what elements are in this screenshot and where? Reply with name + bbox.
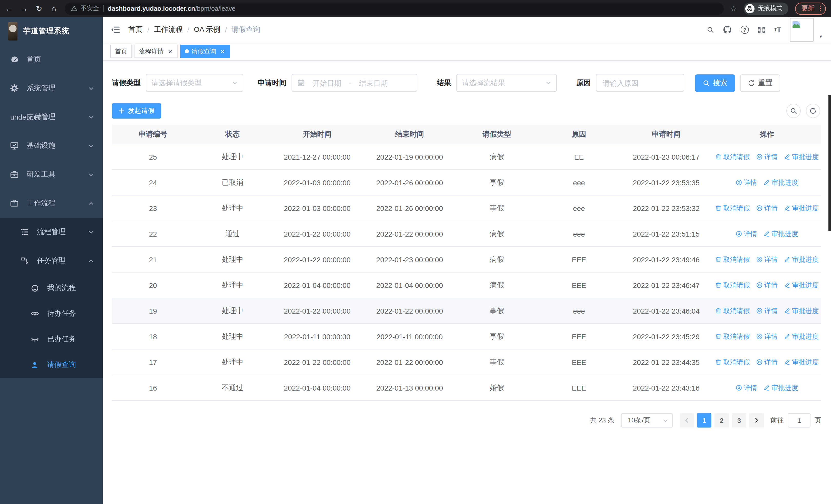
cancel-leave-link[interactable]: 取消请假 xyxy=(715,152,750,161)
column-header: 原因 xyxy=(538,125,620,144)
approval-progress-link[interactable]: 审批进度 xyxy=(763,383,798,392)
security-status[interactable]: 不安全 xyxy=(71,4,99,13)
show-search-toggle-button[interactable] xyxy=(786,104,801,118)
row-actions: 取消请假详情审批进度 xyxy=(712,357,821,367)
column-header: 申请编号 xyxy=(112,125,194,144)
apply-time-range-picker[interactable]: - xyxy=(291,74,417,92)
approval-progress-link[interactable]: 审批进度 xyxy=(784,280,819,290)
goto-page-input[interactable] xyxy=(788,413,810,427)
cancel-leave-link[interactable]: 取消请假 xyxy=(715,280,750,290)
detail-link[interactable]: 详情 xyxy=(756,255,778,264)
sidebar-logo[interactable]: 芋道管理系统 xyxy=(0,17,103,45)
approval-progress-link-label: 审批进度 xyxy=(771,178,798,187)
sidebar-item[interactable]: 任务管理 xyxy=(0,246,103,275)
github-icon[interactable] xyxy=(723,25,732,34)
sidebar-item[interactable]: 流程管理 xyxy=(0,217,103,246)
detail-link[interactable]: 详情 xyxy=(756,280,778,290)
browser-forward-icon[interactable]: → xyxy=(20,5,28,12)
cancel-leave-link[interactable]: 取消请假 xyxy=(715,204,750,213)
tab-active[interactable]: 请假查询 xyxy=(180,45,230,58)
detail-link[interactable]: 详情 xyxy=(736,383,757,392)
cancel-leave-link[interactable]: 取消请假 xyxy=(715,357,750,367)
search-button[interactable]: 搜索 xyxy=(695,74,735,92)
sidebar-item[interactable]: 基础设施 xyxy=(0,131,103,160)
sidebar-item[interactable]: 系统管理 xyxy=(0,74,103,102)
header-search-icon[interactable] xyxy=(707,26,714,33)
browser-back-icon[interactable]: ← xyxy=(5,5,13,12)
start-date-input[interactable] xyxy=(307,78,347,88)
cell-start: 2022-01-22 00:00:00 xyxy=(271,298,364,324)
browser-update-button[interactable]: 更新 xyxy=(795,2,826,14)
detail-link[interactable]: 详情 xyxy=(756,306,778,316)
cell-status: 不通过 xyxy=(194,375,271,401)
approval-progress-link[interactable]: 审批进度 xyxy=(784,204,819,213)
leave-type-select[interactable]: 请选择请假类型 xyxy=(146,74,243,92)
tab-item[interactable]: 首页 xyxy=(110,45,132,58)
page-size-select[interactable]: 10条/页 xyxy=(621,413,673,427)
sidebar-item[interactable]: 工作流程 xyxy=(0,189,103,217)
prev-page-button[interactable] xyxy=(680,413,694,427)
browser-home-icon[interactable]: ⌂ xyxy=(50,5,58,12)
approval-progress-link[interactable]: 审批进度 xyxy=(763,229,798,238)
approval-progress-link[interactable]: 审批进度 xyxy=(784,357,819,367)
avatar[interactable] xyxy=(790,18,813,41)
end-date-input[interactable] xyxy=(353,78,394,88)
detail-link[interactable]: 详情 xyxy=(736,229,757,238)
sidebar-item[interactable]: 首页 xyxy=(0,45,103,74)
sidebar-item[interactable]: 我的流程 xyxy=(0,275,103,301)
cell-start: 2022-01-03 00:00:00 xyxy=(271,170,364,195)
browser-scrollbar-thumb[interactable] xyxy=(828,95,831,231)
refresh-icon xyxy=(748,79,755,87)
approval-progress-link[interactable]: 审批进度 xyxy=(784,255,819,264)
approval-progress-link[interactable]: 审批进度 xyxy=(763,178,798,187)
detail-link[interactable]: 详情 xyxy=(756,357,778,367)
result-select[interactable]: 请选择流结果 xyxy=(456,74,557,92)
cancel-leave-link[interactable]: 取消请假 xyxy=(715,332,750,341)
cell-reason: EEE xyxy=(538,375,620,401)
page-button[interactable]: 3 xyxy=(732,413,746,427)
sidebar-item[interactable]: 研发工具 xyxy=(0,160,103,189)
reset-button[interactable]: 重置 xyxy=(740,74,780,92)
sidebar-collapse-icon[interactable] xyxy=(111,25,120,34)
table-toolbar: 发起请假 xyxy=(112,103,821,119)
detail-link[interactable]: 详情 xyxy=(736,178,757,187)
detail-link[interactable]: 详情 xyxy=(756,152,778,161)
breadcrumb-item[interactable]: 工作流程 xyxy=(154,25,183,34)
browser-reload-icon[interactable]: ↻ xyxy=(35,5,43,12)
page-button[interactable]: 1 xyxy=(697,413,711,427)
fullscreen-icon[interactable] xyxy=(757,26,765,34)
detail-link[interactable]: 详情 xyxy=(756,204,778,213)
cancel-leave-link[interactable]: 取消请假 xyxy=(715,255,750,264)
column-header: 申请时间 xyxy=(620,125,712,144)
refresh-table-button[interactable] xyxy=(806,104,820,118)
page-button[interactable]: 2 xyxy=(715,413,729,427)
chevron-down-icon xyxy=(88,172,94,177)
my-process-face-icon xyxy=(31,284,39,292)
cell-actions: 详情审批进度 xyxy=(712,221,821,247)
sidebar-item[interactable]: 请假查询 xyxy=(0,352,103,378)
tab-item[interactable]: 流程详情 xyxy=(135,45,178,58)
close-icon[interactable] xyxy=(220,49,225,54)
approval-progress-link[interactable]: 审批进度 xyxy=(784,306,819,316)
reason-input[interactable] xyxy=(596,79,684,87)
close-icon[interactable] xyxy=(167,49,173,54)
font-size-icon[interactable]: TT xyxy=(774,26,781,34)
breadcrumb-item[interactable]: OA 示例 xyxy=(194,25,221,34)
cancel-leave-link[interactable]: 取消请假 xyxy=(715,306,750,316)
bookmark-star-icon[interactable]: ☆ xyxy=(730,4,737,12)
address-bar[interactable]: 不安全 dashboard.yudao.iocoder.cn/bpm/oa/le… xyxy=(65,2,724,14)
cell-id: 23 xyxy=(112,195,194,221)
sidebar-item[interactable]: 待办任务 xyxy=(0,301,103,326)
help-icon[interactable]: ? xyxy=(741,26,749,34)
detail-link[interactable]: 详情 xyxy=(756,332,778,341)
breadcrumb-item[interactable]: 首页 xyxy=(128,25,143,34)
approval-progress-link[interactable]: 审批进度 xyxy=(784,152,819,161)
next-page-button[interactable] xyxy=(749,413,764,427)
cell-id: 21 xyxy=(112,247,194,272)
user-avatar-menu[interactable]: ▼ xyxy=(790,18,823,41)
sidebar-item[interactable]: 已办任务 xyxy=(0,326,103,352)
approval-progress-link[interactable]: 审批进度 xyxy=(784,332,819,341)
sidebar-item[interactable]: undefined支付管理 xyxy=(0,102,103,131)
create-leave-button[interactable]: 发起请假 xyxy=(112,103,161,119)
browser-menu-kebab-icon[interactable] xyxy=(819,5,822,12)
